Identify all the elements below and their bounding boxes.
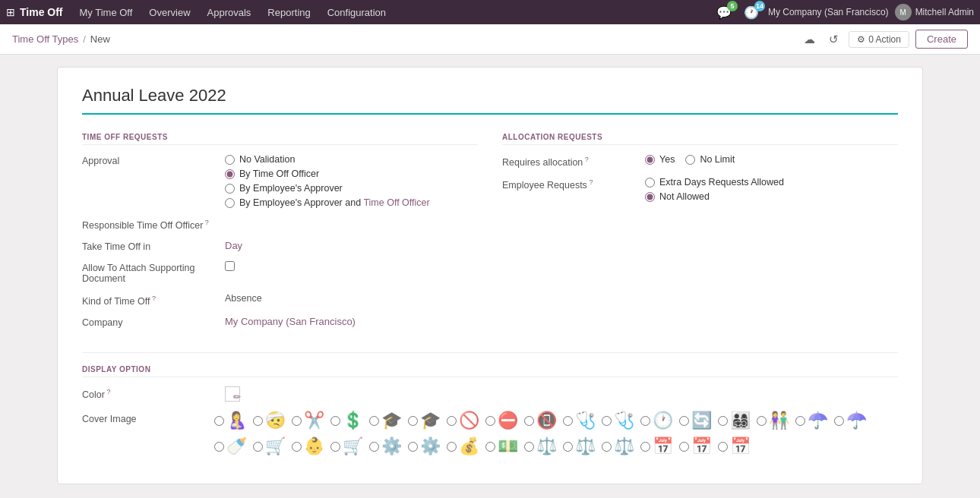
scissors-icon: ✂️ [304, 411, 324, 430]
attach-checkbox-input[interactable] [225, 261, 235, 271]
cog-icon: ⚙️ [420, 437, 441, 456]
money-icon: 💵 [498, 437, 518, 456]
discard-button[interactable]: ↺ [825, 30, 842, 49]
time-off-section-title: TIME OFF REQUESTS [82, 133, 478, 145]
icon-option-5[interactable]: 🎓 [369, 411, 402, 430]
requires-no-limit-label: No Limit [700, 154, 735, 165]
breadcrumb-current: New [90, 33, 110, 45]
balance-icon: ⚖️ [536, 437, 557, 456]
employee-requests-extra-days[interactable]: Extra Days Requests Allowed [645, 177, 898, 188]
divider [82, 352, 898, 353]
nav-my-time-off[interactable]: My Time Off [72, 4, 141, 21]
app-logo[interactable]: ⊞ Time Off [6, 6, 63, 18]
color-value[interactable] [225, 386, 898, 402]
icon-option-22[interactable]: ⚙️ [369, 437, 402, 456]
breadcrumb-parent[interactable]: Time Off Types [12, 33, 78, 45]
icon-option-24[interactable]: 💰 [447, 437, 479, 456]
icon-option-17[interactable]: ☂️ [834, 411, 867, 430]
form-title[interactable]: Annual Leave 2022 [82, 86, 898, 115]
icon-option-25[interactable]: 💵 [485, 437, 518, 456]
approval-field: Approval No Validation By Time Off Offic… [82, 154, 478, 208]
nav-approvals[interactable]: Approvals [200, 4, 259, 21]
company-field: Company My Company (San Francisco) [82, 316, 478, 328]
gear-icon: ⚙ [857, 34, 865, 45]
approval-no-validation[interactable]: No Validation [225, 154, 478, 165]
approval-by-both[interactable]: By Employee's Approver and Time Off Offi… [225, 197, 478, 208]
icon-option-23[interactable]: ⚙️ [408, 437, 441, 456]
cover-image-icons: 🤱 🤕 ✂️ 💲 🎓 🎓 🚫 ⛔ 📵 🩺 🩺 🕐 🔄 👨‍👩‍👧‍👦 👫 [214, 411, 898, 456]
injury-icon: 🤕 [265, 411, 286, 430]
icon-option-6[interactable]: 🎓 [408, 411, 441, 430]
display-option-section: DISPLAY OPTION Color ? Cover Image 🤱 🤕 ✂… [82, 365, 898, 456]
baby-icon: 🤱 [226, 411, 247, 430]
icon-option-1[interactable]: 🤱 [214, 411, 247, 430]
take-time-off-value: Day [225, 240, 478, 251]
icon-option-12[interactable]: 🕐 [640, 411, 673, 430]
icon-option-19[interactable]: 🛒 [253, 437, 286, 456]
breadcrumb: Time Off Types / New [12, 33, 110, 45]
color-swatch[interactable] [225, 386, 240, 402]
nav-configuration[interactable]: Configuration [320, 4, 394, 21]
icon-option-28[interactable]: ⚖️ [602, 437, 634, 456]
icon-option-10[interactable]: 🩺 [563, 411, 596, 430]
icon-option-20[interactable]: 👶 [292, 437, 324, 456]
grid-icon: ⊞ [6, 6, 15, 18]
chat-badge: 5 [727, 1, 738, 11]
cover-image-field: Cover Image 🤱 🤕 ✂️ 💲 🎓 🎓 🚫 ⛔ 📵 🩺 🩺 🕐 🔄 [82, 411, 898, 456]
gear-icon: ⚙️ [381, 437, 402, 456]
icon-option-4[interactable]: 💲 [330, 411, 363, 430]
icon-option-9[interactable]: 📵 [524, 411, 557, 430]
mortar-board-icon: 🎓 [420, 411, 441, 430]
requires-label: Requires allocation ? [502, 154, 639, 168]
requires-options: Yes No Limit [645, 154, 898, 165]
coin-icon: 💰 [459, 437, 479, 456]
icon-option-29[interactable]: 📅 [640, 437, 673, 456]
icon-option-21[interactable]: 🛒 [330, 437, 363, 456]
nav-overview[interactable]: Overview [141, 4, 198, 21]
icon-option-14[interactable]: 👨‍👩‍👧‍👦 [718, 411, 751, 430]
icon-option-27[interactable]: ⚖️ [563, 437, 596, 456]
allocation-section-title: ALLOCATION REQUESTS [502, 133, 898, 145]
nav-reporting[interactable]: Reporting [260, 4, 318, 21]
save-manually-button[interactable]: ☁ [800, 30, 819, 49]
umbrella-rain-icon: ☂️ [846, 411, 867, 430]
icon-option-30[interactable]: 📅 [679, 437, 712, 456]
action-button[interactable]: ⚙ 0 Action [849, 31, 909, 48]
icon-option-3[interactable]: ✂️ [292, 411, 324, 430]
baby-bottle-icon: 🍼 [226, 437, 247, 456]
stroller-icon: 🛒 [265, 437, 286, 456]
activity-icon-btn[interactable]: 🕐 14 [741, 4, 762, 21]
icon-option-15[interactable]: 👫 [757, 411, 789, 430]
icon-option-18[interactable]: 🍼 [214, 437, 247, 456]
attach-field: Allow To Attach Supporting Document [82, 261, 478, 284]
create-button[interactable]: Create [915, 30, 968, 49]
refresh-icon: 🔄 [691, 411, 712, 430]
icon-option-13[interactable]: 🔄 [679, 411, 712, 430]
icon-option-16[interactable]: ☂️ [795, 411, 828, 430]
attach-checkbox[interactable] [225, 261, 478, 273]
icon-option-8[interactable]: ⛔ [485, 411, 518, 430]
no-entry-icon: 🚫 [459, 411, 479, 430]
requires-yes[interactable]: Yes [645, 154, 675, 165]
user-menu[interactable]: M Mitchell Admin [895, 4, 974, 20]
top-navigation: ⊞ Time Off My Time Off Overview Approval… [0, 0, 980, 24]
icon-option-31[interactable]: 📅 [718, 437, 751, 456]
approval-label: Approval [82, 154, 219, 166]
approval-by-officer[interactable]: By Time Off Officer [225, 169, 478, 179]
approval-by-approver[interactable]: By Employee's Approver [225, 183, 478, 194]
extra-days-label: Extra Days Requests Allowed [659, 177, 784, 188]
chat-icon-btn[interactable]: 💬 5 [713, 4, 735, 21]
icon-option-26[interactable]: ⚖️ [524, 437, 557, 456]
display-section-title: DISPLAY OPTION [82, 365, 898, 377]
no-sign-icon: ⛔ [498, 411, 518, 430]
by-approver-label: By Employee's Approver [239, 183, 343, 194]
employee-requests-not-allowed[interactable]: Not Allowed [645, 191, 898, 202]
company-value: My Company (San Francisco) [225, 316, 478, 327]
employee-requests-options: Extra Days Requests Allowed Not Allowed [645, 177, 898, 202]
breadcrumb-bar: Time Off Types / New ☁ ↺ ⚙ 0 Action Crea… [0, 24, 980, 55]
icon-option-2[interactable]: 🤕 [253, 411, 286, 430]
color-label: Color ? [82, 386, 219, 400]
icon-option-7[interactable]: 🚫 [447, 411, 479, 430]
icon-option-11[interactable]: 🩺 [602, 411, 634, 430]
requires-no-limit[interactable]: No Limit [685, 154, 735, 165]
